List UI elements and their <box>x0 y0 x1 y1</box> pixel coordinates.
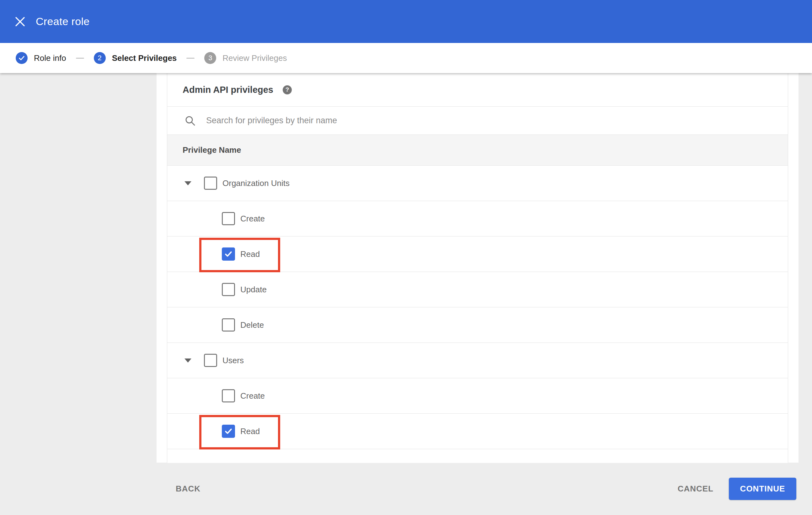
highlight-annotation <box>199 415 280 450</box>
step-label: Review Privileges <box>223 53 287 63</box>
privileges-table: Admin API privileges ? Privilege Name <box>167 73 788 463</box>
privilege-row: Read <box>167 414 788 449</box>
dialog-body: Admin API privileges ? Privilege Name <box>0 73 812 463</box>
privilege-label: Read <box>240 427 260 436</box>
privilege-search-row <box>167 107 788 135</box>
check-icon <box>224 427 233 436</box>
dialog-title: Create role <box>36 16 90 28</box>
checkbox-orgunits-create[interactable] <box>222 212 235 225</box>
privilege-search-input[interactable] <box>206 116 645 125</box>
privilege-row: Update <box>167 272 788 307</box>
highlight-annotation <box>199 238 280 272</box>
privilege-row: Create <box>167 201 788 237</box>
checkbox-users-read[interactable] <box>222 425 235 438</box>
step-label: Select Privileges <box>112 53 177 63</box>
privileges-panel: Admin API privileges ? Privilege Name <box>156 73 799 463</box>
cancel-button[interactable]: CANCEL <box>678 484 714 494</box>
privilege-label: Update <box>240 285 267 295</box>
step-select-privileges[interactable]: 2 Select Privileges <box>94 52 177 64</box>
step-number: 2 <box>94 52 106 64</box>
step-complete-check-icon <box>16 52 28 64</box>
privilege-label: Read <box>240 249 260 259</box>
privilege-row-partial <box>167 449 788 463</box>
step-review-privileges[interactable]: 3 Review Privileges <box>204 52 287 64</box>
help-icon[interactable]: ? <box>283 85 292 94</box>
collapse-triangle-icon[interactable] <box>184 359 192 363</box>
section-title: Admin API privileges <box>183 85 273 95</box>
privilege-label: Users <box>223 356 244 365</box>
privilege-label: Organization Units <box>223 178 290 188</box>
dialog-footer: BACK CANCEL CONTINUE <box>0 463 812 515</box>
section-title-row: Admin API privileges ? <box>167 73 788 107</box>
privilege-label: Delete <box>240 320 264 330</box>
close-icon[interactable] <box>13 15 27 29</box>
privilege-label: Create <box>240 391 265 401</box>
continue-button[interactable]: CONTINUE <box>729 478 796 500</box>
back-button[interactable]: BACK <box>176 484 201 494</box>
step-number: 3 <box>204 52 216 64</box>
privilege-row: Delete <box>167 307 788 343</box>
check-icon <box>224 250 233 259</box>
checkbox-orgunits-delete[interactable] <box>222 319 235 332</box>
privilege-label: Create <box>240 214 265 223</box>
collapse-triangle-icon[interactable] <box>184 181 192 185</box>
stepper-connector <box>76 58 84 59</box>
checkbox-organization-units[interactable] <box>204 177 217 190</box>
checkbox-orgunits-read[interactable] <box>222 247 235 261</box>
checkbox-users[interactable] <box>204 354 217 367</box>
stepper-connector <box>186 58 195 59</box>
privilege-row: Create <box>167 378 788 414</box>
table-column-header: Privilege Name <box>167 135 788 165</box>
step-label: Role info <box>34 53 66 63</box>
dialog-header: Create role <box>0 0 812 43</box>
search-icon <box>184 115 196 126</box>
privilege-group-row: Organization Units <box>167 165 788 201</box>
wizard-stepper: Role info 2 Select Privileges 3 Review P… <box>0 43 812 73</box>
checkbox-orgunits-update[interactable] <box>222 283 235 296</box>
step-role-info[interactable]: Role info <box>16 52 66 64</box>
column-header-label: Privilege Name <box>183 145 241 155</box>
privilege-row: Read <box>167 237 788 272</box>
checkbox-users-create[interactable] <box>222 389 235 402</box>
privilege-group-row: Users <box>167 343 788 378</box>
help-glyph: ? <box>286 86 289 93</box>
